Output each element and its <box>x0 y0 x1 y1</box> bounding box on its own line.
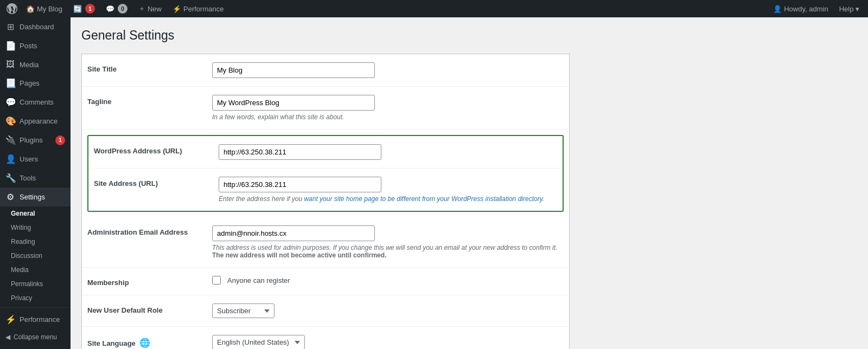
sidebar-item-label: Users <box>20 155 38 163</box>
admin-email-label: Administration Email Address <box>87 225 212 236</box>
submenu-item-permalinks[interactable]: Permalinks <box>0 277 71 291</box>
sidebar-item-posts[interactable]: 📄 Posts <box>0 36 71 55</box>
site-address-hint-link[interactable]: want your site home page to be different… <box>304 195 542 203</box>
sidebar-item-settings[interactable]: ⚙ Settings <box>0 188 71 206</box>
site-language-row: Site Language 🌐 English (United States) <box>82 327 569 349</box>
sidebar-item-tools[interactable]: 🔧 Tools <box>0 169 71 188</box>
plugins-badge: 1 <box>55 135 65 145</box>
site-language-icon: 🌐 <box>139 338 150 347</box>
comments-icon: 💬 <box>106 5 114 13</box>
adminbar-updates[interactable]: 🔄 1 <box>69 0 99 17</box>
howdy-text: Howdy, admin <box>784 5 828 13</box>
wp-address-row: WordPress Address (URL) <box>88 136 563 168</box>
membership-label: Membership <box>87 276 212 287</box>
sidebar-item-performance[interactable]: ⚡ Performance <box>0 310 71 329</box>
adminbar-comments[interactable]: 💬 0 <box>101 0 132 17</box>
admin-email-row: Administration Email Address This addres… <box>82 217 569 268</box>
admin-sidebar: ⊞ Dashboard 📄 Posts 🖼 Media 📃 Pages 💬 Co… <box>0 17 71 349</box>
admin-email-hint-bold: The new address will not become active u… <box>212 251 386 259</box>
adminbar-performance[interactable]: ⚡ Performance <box>168 0 228 17</box>
dashboard-icon: ⊞ <box>5 22 15 32</box>
collapse-icon: ◀ <box>5 333 10 341</box>
sidebar-item-label: Appearance <box>20 117 58 125</box>
users-icon: 👤 <box>5 154 15 164</box>
membership-control: Anyone can register <box>212 276 564 285</box>
site-address-control: Enter the address here if you want your … <box>219 177 557 203</box>
sidebar-item-users[interactable]: 👤 Users <box>0 150 71 169</box>
settings-icon: ⚙ <box>5 192 15 202</box>
site-title-control <box>212 62 564 78</box>
sidebar-item-label: Plugins <box>20 136 43 144</box>
wp-logo[interactable] <box>4 0 20 17</box>
sidebar-item-dashboard[interactable]: ⊞ Dashboard <box>0 17 71 36</box>
adminbar-site[interactable]: 🏠 My Blog <box>22 0 67 17</box>
sidebar-item-label: Dashboard <box>20 23 54 31</box>
url-section-wrapper: WordPress Address (URL) Site Address (UR… <box>82 130 569 217</box>
user-avatar: 👤 <box>773 5 782 13</box>
adminbar-user[interactable]: 👤 Howdy, admin <box>769 5 832 13</box>
submenu-item-privacy[interactable]: Privacy <box>0 291 71 305</box>
collapse-menu-button[interactable]: ◀ Collapse menu <box>0 329 71 345</box>
url-highlighted-box: WordPress Address (URL) Site Address (UR… <box>87 135 564 212</box>
help-button[interactable]: Help ▾ <box>835 0 864 17</box>
site-language-label: Site Language 🌐 <box>87 335 212 348</box>
sidebar-item-label: Posts <box>20 42 37 50</box>
sidebar-item-label: Media <box>20 61 39 69</box>
comments-count: 0 <box>118 4 127 14</box>
membership-checkbox-label: Anyone can register <box>212 276 564 285</box>
submenu-item-reading[interactable]: Reading <box>0 235 71 249</box>
site-address-hint: Enter the address here if you want your … <box>219 195 557 203</box>
site-address-label: Site Address (URL) <box>94 177 219 188</box>
sidebar-item-appearance[interactable]: 🎨 Appearance <box>0 112 71 131</box>
tools-icon: 🔧 <box>5 173 15 183</box>
admin-email-hint: This address is used for admin purposes.… <box>212 244 564 259</box>
wp-address-control <box>219 144 557 160</box>
performance-icon: ⚡ <box>173 5 181 13</box>
sidebar-item-plugins[interactable]: 🔌 Plugins 1 <box>0 131 71 150</box>
tagline-control: In a few words, explain what this site i… <box>212 95 564 121</box>
posts-icon: 📄 <box>5 41 15 51</box>
sidebar-item-pages[interactable]: 📃 Pages <box>0 74 71 93</box>
performance-label: Performance <box>183 5 224 13</box>
tagline-label: Tagline <box>87 95 212 106</box>
sidebar-item-label: Settings <box>20 193 45 201</box>
site-title-input[interactable] <box>212 62 375 78</box>
sidebar-item-label: Tools <box>20 174 36 182</box>
appearance-icon: 🎨 <box>5 116 15 126</box>
tagline-input[interactable] <box>212 95 375 111</box>
sidebar-item-label: Comments <box>20 98 54 106</box>
default-role-label: New User Default Role <box>87 303 212 314</box>
wp-address-label: WordPress Address (URL) <box>94 144 219 155</box>
membership-checkbox[interactable] <box>212 276 221 285</box>
submenu-item-writing[interactable]: Writing <box>0 221 71 235</box>
site-address-hint-prefix: Enter the address here if you <box>219 195 304 203</box>
submenu-item-general[interactable]: General <box>0 206 71 221</box>
site-address-row: Site Address (URL) Enter the address her… <box>88 168 563 211</box>
sidebar-item-label: Pages <box>20 79 40 87</box>
default-role-control: Subscriber Contributor Author Editor Adm… <box>212 303 564 318</box>
submenu-item-discussion[interactable]: Discussion <box>0 249 71 263</box>
site-address-input[interactable] <box>219 177 381 192</box>
default-role-select[interactable]: Subscriber Contributor Author Editor Adm… <box>212 303 275 318</box>
plus-icon: ＋ <box>138 4 145 14</box>
default-role-row: New User Default Role Subscriber Contrib… <box>82 295 569 327</box>
admin-email-hint-normal: This address is used for admin purposes.… <box>212 244 557 251</box>
wp-address-input[interactable] <box>219 144 381 160</box>
plugins-icon: 🔌 <box>5 135 15 145</box>
admin-email-input[interactable] <box>212 225 375 241</box>
site-language-control: English (United States) <box>212 335 564 349</box>
adminbar-new[interactable]: ＋ New <box>134 0 166 17</box>
settings-submenu: General Writing Reading Discussion Media… <box>0 206 71 305</box>
submenu-item-media[interactable]: Media <box>0 263 71 277</box>
site-address-hint-suffix: . <box>542 195 544 203</box>
sidebar-item-comments[interactable]: 💬 Comments <box>0 93 71 112</box>
admin-email-control: This address is used for admin purposes.… <box>212 225 564 259</box>
media-icon: 🖼 <box>5 60 15 69</box>
site-language-select[interactable]: English (United States) <box>212 335 305 349</box>
pages-icon: 📃 <box>5 78 15 88</box>
performance-icon: ⚡ <box>5 314 15 325</box>
comments-icon: 💬 <box>5 97 15 107</box>
main-content: General Settings Site Title Tagline In a… <box>71 17 868 349</box>
updates-count: 1 <box>85 4 95 14</box>
sidebar-item-media[interactable]: 🖼 Media <box>0 55 71 74</box>
